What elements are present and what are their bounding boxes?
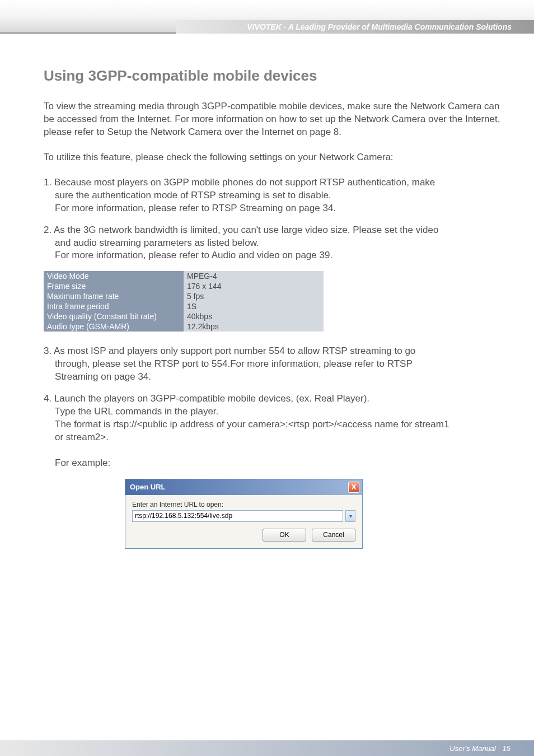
url-input[interactable]	[132, 510, 343, 522]
url-row: ▾	[132, 510, 355, 522]
table-label: Frame size	[44, 281, 184, 291]
table-value: 40kbps	[184, 311, 324, 321]
step-1: 1. Because most players on 3GPP mobile p…	[44, 176, 510, 215]
table-row: Intra frame period 1S	[44, 301, 324, 311]
table-value: 12.2kbps	[184, 321, 324, 332]
table-label: Intra frame period	[44, 301, 184, 311]
settings-table: Video Mode MPEG-4 Frame size 176 x 144 M…	[44, 271, 324, 332]
step-1-line-2: sure the authentication mode of RTSP str…	[44, 189, 510, 202]
step-1-line-1: 1. Because most players on 3GPP mobile p…	[44, 176, 510, 189]
lead-paragraph: To utilize this feature, please check th…	[44, 151, 510, 164]
section-title: Using 3GPP-compatible mobile devices	[44, 67, 510, 85]
table-label: Video Mode	[44, 271, 184, 281]
dialog-titlebar[interactable]: Open URL X	[125, 479, 362, 495]
footer-text: User's Manual - 15	[449, 744, 510, 753]
step-3-line-2: through, please set the RTSP port to 554…	[44, 358, 510, 371]
dialog-title-text: Open URL	[130, 483, 166, 491]
table-value: MPEG-4	[184, 271, 324, 281]
step-2-line-2: and audio streaming parameters as listed…	[44, 237, 510, 250]
step-4-line-2: Type the URL commands in the player.	[44, 405, 510, 418]
step-4: 4. Launch the players on 3GPP-compatible…	[44, 393, 510, 470]
table-row: Audio type (GSM-AMR) 12.2kbps	[44, 321, 324, 332]
table-row: Video Mode MPEG-4	[44, 271, 324, 281]
dialog-buttons: OK Cancel	[132, 529, 355, 542]
step-2: 2. As the 3G network bandwidth is limite…	[44, 224, 510, 263]
table-row: Frame size 176 x 144	[44, 281, 324, 291]
url-dropdown-button[interactable]: ▾	[345, 510, 355, 522]
table-label: Audio type (GSM-AMR)	[44, 321, 184, 332]
header-tagline: VIVOTEK - A Leading Provider of Multimed…	[247, 22, 512, 31]
step-4-line-3: The format is rtsp://<public ip address …	[44, 418, 510, 431]
table-value: 176 x 144	[184, 281, 324, 291]
step-3-line-1: 3. As most ISP and players only support …	[44, 345, 510, 358]
open-url-dialog: Open URL X Enter an Internet URL to open…	[125, 479, 363, 549]
step-2-line-3: For more information, please refer to Au…	[44, 249, 510, 262]
intro-paragraph: To view the streaming media through 3GPP…	[44, 100, 510, 139]
step-3: 3. As most ISP and players only support …	[44, 345, 510, 384]
table-row: Maximum frame rate 5 fps	[44, 291, 324, 301]
step-2-line-1: 2. As the 3G network bandwidth is limite…	[44, 224, 510, 237]
table-row: Video quality (Constant bit rate) 40kbps	[44, 311, 324, 321]
page-header: VIVOTEK - A Leading Provider of Multimed…	[0, 0, 534, 34]
ok-button[interactable]: OK	[263, 529, 306, 542]
step-4-line-4: or stream2>.	[44, 431, 510, 444]
content-area: Using 3GPP-compatible mobile devices To …	[0, 34, 534, 549]
close-icon[interactable]: X	[348, 482, 359, 493]
cancel-button[interactable]: Cancel	[312, 529, 355, 542]
step-3-line-3: Streaming on page 34.	[44, 371, 510, 384]
table-label: Maximum frame rate	[44, 291, 184, 301]
dialog-body: Enter an Internet URL to open: ▾ OK Canc…	[125, 495, 362, 548]
table-label: Video quality (Constant bit rate)	[44, 311, 184, 321]
chevron-down-icon: ▾	[349, 513, 352, 519]
step-4-line-1: 4. Launch the players on 3GPP-compatible…	[44, 393, 510, 405]
page-footer: User's Manual - 15	[0, 740, 534, 756]
url-label: Enter an Internet URL to open:	[132, 501, 355, 508]
table-value: 5 fps	[184, 291, 324, 301]
step-4-line-5: For example:	[44, 457, 510, 470]
table-value: 1S	[184, 301, 324, 311]
step-1-line-3: For more information, please refer to RT…	[44, 202, 510, 215]
